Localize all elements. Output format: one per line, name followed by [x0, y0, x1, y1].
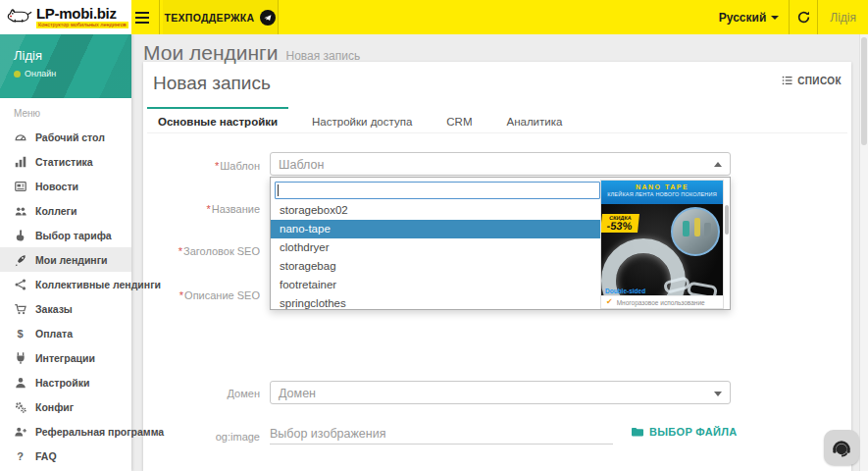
page-title: Мои лендинги	[143, 41, 278, 64]
tab-analytics[interactable]: Аналитика	[495, 107, 573, 132]
card-title: Новая запись	[153, 73, 271, 94]
logo[interactable]: LP-mobi.biz Конструктор мобильных лендин…	[0, 0, 131, 34]
share-icon	[13, 277, 27, 291]
sidebar-item-orders[interactable]: Заказы	[0, 296, 131, 321]
preview-subtitle: КЛЕЙКАЯ ЛЕНТА НОВОГО ПОКОЛЕНИЯ	[601, 191, 723, 197]
text-cursor	[278, 184, 279, 196]
gears-icon	[13, 399, 27, 414]
menu-section-label: Меню	[0, 98, 131, 121]
hamburger-menu-icon[interactable]	[135, 9, 151, 25]
sidebar-item-news[interactable]: Новости	[0, 174, 131, 198]
template-select-placeholder: Шаблон	[279, 158, 324, 172]
dropdown-option[interactable]: clothdryer	[271, 238, 604, 257]
dropdown-search-input[interactable]	[275, 182, 600, 199]
logo-title: LP-mobi.biz	[36, 6, 128, 21]
sidebar-item-statistics[interactable]: Статистика	[0, 149, 131, 174]
preview-caption: Double-sided	[605, 288, 645, 294]
preview-title: NANO TAPE	[601, 183, 723, 190]
seo-description-field-label: *Описание SEO	[143, 289, 260, 301]
sidebar-item-collective-landings[interactable]: Коллективные лендинги	[0, 272, 131, 296]
preview-header: NANO TAPE КЛЕЙКАЯ ЛЕНТА НОВОГО ПОКОЛЕНИЯ	[601, 181, 723, 204]
dashboard-icon	[13, 130, 27, 144]
content-card: Новая запись СПИСОК Основные настройки Н…	[143, 62, 851, 471]
breadcrumb: Новая запись	[285, 49, 360, 63]
dropdown-scrollbar[interactable]	[725, 205, 729, 235]
support-button[interactable]: ТЕХПОДДЕРЖКА	[163, 0, 278, 34]
topbar-divider	[278, 0, 279, 34]
support-button-label: ТЕХПОДДЕРЖКА	[165, 12, 255, 24]
topbar: LP-mobi.biz Конструктор мобильных лендин…	[0, 0, 868, 34]
domain-select[interactable]: Домен	[270, 381, 731, 404]
tab-main-settings[interactable]: Основные настройки	[147, 107, 288, 132]
template-dropdown: storagebox02 nano-tape clothdryer storag…	[270, 177, 731, 310]
choose-file-button-label: ВЫБОР ФАЙЛА	[649, 426, 738, 438]
topbar-divider	[159, 0, 160, 34]
telegram-icon	[260, 10, 276, 26]
refresh-button[interactable]	[790, 0, 817, 34]
tab-access-settings[interactable]: Настройки доступа	[301, 107, 423, 132]
tab-bar: Основные настройки Настройки доступа CRM…	[147, 107, 847, 133]
language-select[interactable]: Русский	[709, 0, 790, 34]
sidebar-item-dashboard[interactable]: Рабочий стол	[0, 125, 131, 149]
template-select[interactable]: Шаблон	[270, 152, 731, 176]
page-scrollbar[interactable]	[859, 34, 868, 471]
domain-select-placeholder: Домен	[279, 387, 316, 400]
support-chat-button[interactable]	[824, 430, 859, 465]
tab-crm[interactable]: CRM	[435, 107, 483, 132]
page-scrollbar-thumb[interactable]	[861, 37, 867, 145]
dog-logo-icon	[4, 4, 33, 31]
preview-feature-row: ✔ Многоразовое использование	[601, 295, 723, 308]
online-status-dot	[14, 71, 21, 78]
og-image-input[interactable]	[270, 423, 613, 445]
dropdown-option[interactable]: springclothes	[271, 294, 604, 310]
preview-image: СКИДКА -53% Double-sided	[601, 204, 723, 295]
page-header: Мои лендингиНовая запись	[143, 41, 360, 65]
name-field-label: *Название	[143, 203, 260, 215]
discount-badge: СКИДКА -53%	[601, 214, 639, 233]
sidebar-item-my-landings[interactable]: Мои лендинги	[0, 247, 131, 272]
sidebar-item-faq[interactable]: ? FAQ	[0, 444, 131, 468]
person-icon	[13, 375, 27, 390]
sidebar: Лідія Онлайн Меню Рабочий стол Статистик…	[0, 34, 131, 471]
sidebar-item-integrations[interactable]: Интеграции	[0, 345, 131, 370]
dropdown-option[interactable]: footretainer	[271, 276, 604, 294]
dropdown-option[interactable]: storagebox02	[271, 201, 604, 220]
payment-icon: $	[13, 326, 27, 340]
dropdown-option-list: storagebox02 nano-tape clothdryer storag…	[271, 201, 604, 310]
template-field-label: *Шаблон	[143, 160, 260, 172]
cart-icon	[13, 301, 27, 316]
profile-status-label: Онлайн	[25, 69, 56, 78]
dropdown-option-highlighted[interactable]: nano-tape	[271, 220, 604, 238]
sidebar-profile: Лідія Онлайн	[0, 34, 131, 98]
sidebar-item-tariff[interactable]: Выбор тарифа	[0, 223, 131, 247]
news-icon	[13, 179, 27, 193]
list-button-label: СПИСОК	[797, 76, 842, 86]
sidebar-item-settings[interactable]: Настройки	[0, 370, 131, 394]
choose-file-button[interactable]: ВЫБОР ФАЙЛА	[631, 426, 738, 438]
folder-icon	[631, 426, 644, 438]
stats-icon	[13, 154, 27, 169]
dropdown-option[interactable]: storagebag	[271, 257, 604, 276]
list-icon	[782, 75, 793, 86]
sidebar-item-payment[interactable]: $ Оплата	[0, 321, 131, 345]
question-icon: ?	[13, 448, 27, 463]
chevron-down-icon	[714, 392, 722, 396]
sidebar-item-config[interactable]: Конфиг	[0, 394, 131, 419]
logo-subtitle: Конструктор мобильных лендингов	[36, 22, 128, 29]
sidebar-item-colleagues[interactable]: Коллеги	[0, 198, 131, 223]
preview-feature-text: Многоразовое использование	[617, 299, 705, 306]
preview-inset-photo	[671, 207, 720, 256]
chevron-up-icon	[714, 162, 722, 167]
topbar-username[interactable]: Лідія	[818, 0, 868, 34]
domain-field-label: Домен	[143, 388, 260, 399]
headset-icon	[830, 436, 853, 459]
chevron-down-icon	[771, 16, 779, 20]
landings-icon	[13, 252, 27, 267]
referral-icon	[13, 424, 27, 439]
tape-strip-image	[687, 282, 718, 295]
list-button[interactable]: СПИСОК	[782, 75, 842, 86]
refresh-icon	[796, 10, 811, 25]
sidebar-item-referral[interactable]: Реферальная программа	[0, 419, 131, 444]
colleagues-icon	[13, 203, 27, 218]
template-preview: NANO TAPE КЛЕЙКАЯ ЛЕНТА НОВОГО ПОКОЛЕНИЯ…	[600, 180, 724, 309]
